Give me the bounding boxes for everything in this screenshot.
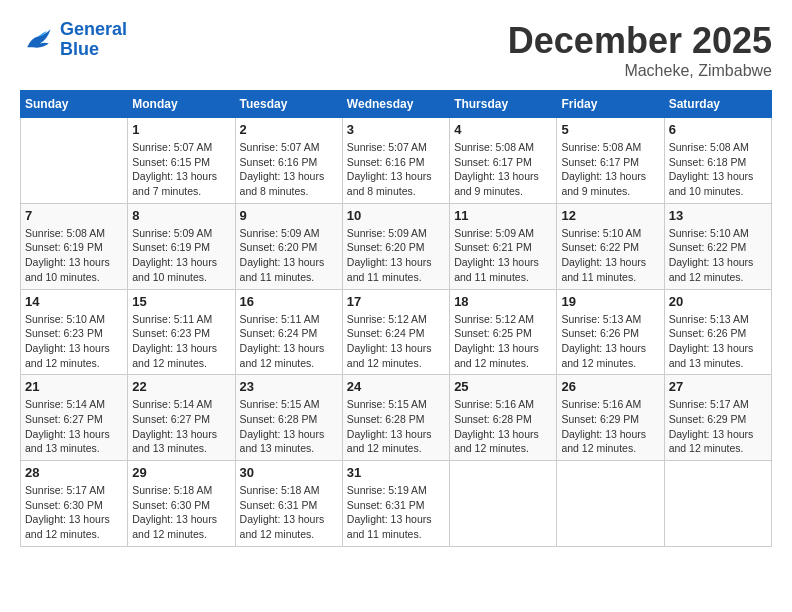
calendar-cell bbox=[557, 461, 664, 547]
day-info: Sunrise: 5:10 AM Sunset: 6:23 PM Dayligh… bbox=[25, 312, 123, 371]
day-number: 5 bbox=[561, 122, 659, 137]
day-number: 27 bbox=[669, 379, 767, 394]
day-number: 25 bbox=[454, 379, 552, 394]
weekday-header: Saturday bbox=[664, 91, 771, 118]
calendar-cell: 22Sunrise: 5:14 AM Sunset: 6:27 PM Dayli… bbox=[128, 375, 235, 461]
day-info: Sunrise: 5:09 AM Sunset: 6:20 PM Dayligh… bbox=[347, 226, 445, 285]
calendar-cell: 9Sunrise: 5:09 AM Sunset: 6:20 PM Daylig… bbox=[235, 203, 342, 289]
calendar-cell: 25Sunrise: 5:16 AM Sunset: 6:28 PM Dayli… bbox=[450, 375, 557, 461]
logo-text: General Blue bbox=[60, 20, 127, 60]
day-number: 15 bbox=[132, 294, 230, 309]
logo: General Blue bbox=[20, 20, 127, 60]
calendar-cell: 3Sunrise: 5:07 AM Sunset: 6:16 PM Daylig… bbox=[342, 118, 449, 204]
calendar-cell: 14Sunrise: 5:10 AM Sunset: 6:23 PM Dayli… bbox=[21, 289, 128, 375]
calendar-cell: 30Sunrise: 5:18 AM Sunset: 6:31 PM Dayli… bbox=[235, 461, 342, 547]
calendar-cell: 11Sunrise: 5:09 AM Sunset: 6:21 PM Dayli… bbox=[450, 203, 557, 289]
calendar-cell: 17Sunrise: 5:12 AM Sunset: 6:24 PM Dayli… bbox=[342, 289, 449, 375]
month-title: December 2025 bbox=[508, 20, 772, 62]
calendar-week-row: 21Sunrise: 5:14 AM Sunset: 6:27 PM Dayli… bbox=[21, 375, 772, 461]
weekday-header: Tuesday bbox=[235, 91, 342, 118]
day-number: 4 bbox=[454, 122, 552, 137]
day-number: 11 bbox=[454, 208, 552, 223]
day-number: 9 bbox=[240, 208, 338, 223]
calendar-cell: 28Sunrise: 5:17 AM Sunset: 6:30 PM Dayli… bbox=[21, 461, 128, 547]
day-number: 13 bbox=[669, 208, 767, 223]
page-header: General Blue December 2025 Macheke, Zimb… bbox=[20, 20, 772, 80]
calendar-cell: 16Sunrise: 5:11 AM Sunset: 6:24 PM Dayli… bbox=[235, 289, 342, 375]
day-info: Sunrise: 5:15 AM Sunset: 6:28 PM Dayligh… bbox=[347, 397, 445, 456]
title-block: December 2025 Macheke, Zimbabwe bbox=[508, 20, 772, 80]
calendar-cell: 20Sunrise: 5:13 AM Sunset: 6:26 PM Dayli… bbox=[664, 289, 771, 375]
day-info: Sunrise: 5:12 AM Sunset: 6:24 PM Dayligh… bbox=[347, 312, 445, 371]
day-number: 26 bbox=[561, 379, 659, 394]
calendar-cell: 10Sunrise: 5:09 AM Sunset: 6:20 PM Dayli… bbox=[342, 203, 449, 289]
day-info: Sunrise: 5:09 AM Sunset: 6:21 PM Dayligh… bbox=[454, 226, 552, 285]
day-info: Sunrise: 5:14 AM Sunset: 6:27 PM Dayligh… bbox=[132, 397, 230, 456]
calendar-cell: 6Sunrise: 5:08 AM Sunset: 6:18 PM Daylig… bbox=[664, 118, 771, 204]
calendar-week-row: 1Sunrise: 5:07 AM Sunset: 6:15 PM Daylig… bbox=[21, 118, 772, 204]
logo-bird-icon bbox=[20, 22, 56, 58]
calendar-cell: 1Sunrise: 5:07 AM Sunset: 6:15 PM Daylig… bbox=[128, 118, 235, 204]
calendar-cell: 31Sunrise: 5:19 AM Sunset: 6:31 PM Dayli… bbox=[342, 461, 449, 547]
day-info: Sunrise: 5:17 AM Sunset: 6:30 PM Dayligh… bbox=[25, 483, 123, 542]
day-info: Sunrise: 5:17 AM Sunset: 6:29 PM Dayligh… bbox=[669, 397, 767, 456]
calendar-cell: 19Sunrise: 5:13 AM Sunset: 6:26 PM Dayli… bbox=[557, 289, 664, 375]
calendar-cell: 29Sunrise: 5:18 AM Sunset: 6:30 PM Dayli… bbox=[128, 461, 235, 547]
calendar-cell: 24Sunrise: 5:15 AM Sunset: 6:28 PM Dayli… bbox=[342, 375, 449, 461]
day-number: 28 bbox=[25, 465, 123, 480]
calendar-cell bbox=[21, 118, 128, 204]
day-number: 22 bbox=[132, 379, 230, 394]
day-info: Sunrise: 5:07 AM Sunset: 6:16 PM Dayligh… bbox=[240, 140, 338, 199]
day-info: Sunrise: 5:07 AM Sunset: 6:16 PM Dayligh… bbox=[347, 140, 445, 199]
day-number: 24 bbox=[347, 379, 445, 394]
day-info: Sunrise: 5:08 AM Sunset: 6:17 PM Dayligh… bbox=[561, 140, 659, 199]
day-number: 18 bbox=[454, 294, 552, 309]
day-info: Sunrise: 5:13 AM Sunset: 6:26 PM Dayligh… bbox=[669, 312, 767, 371]
day-info: Sunrise: 5:11 AM Sunset: 6:23 PM Dayligh… bbox=[132, 312, 230, 371]
calendar-cell: 4Sunrise: 5:08 AM Sunset: 6:17 PM Daylig… bbox=[450, 118, 557, 204]
day-number: 31 bbox=[347, 465, 445, 480]
location: Macheke, Zimbabwe bbox=[508, 62, 772, 80]
calendar-cell: 15Sunrise: 5:11 AM Sunset: 6:23 PM Dayli… bbox=[128, 289, 235, 375]
day-info: Sunrise: 5:18 AM Sunset: 6:30 PM Dayligh… bbox=[132, 483, 230, 542]
day-info: Sunrise: 5:18 AM Sunset: 6:31 PM Dayligh… bbox=[240, 483, 338, 542]
day-number: 6 bbox=[669, 122, 767, 137]
calendar-cell: 2Sunrise: 5:07 AM Sunset: 6:16 PM Daylig… bbox=[235, 118, 342, 204]
calendar-cell: 23Sunrise: 5:15 AM Sunset: 6:28 PM Dayli… bbox=[235, 375, 342, 461]
calendar-cell bbox=[450, 461, 557, 547]
day-info: Sunrise: 5:15 AM Sunset: 6:28 PM Dayligh… bbox=[240, 397, 338, 456]
weekday-header: Wednesday bbox=[342, 91, 449, 118]
day-number: 29 bbox=[132, 465, 230, 480]
day-info: Sunrise: 5:10 AM Sunset: 6:22 PM Dayligh… bbox=[561, 226, 659, 285]
calendar-table: SundayMondayTuesdayWednesdayThursdayFrid… bbox=[20, 90, 772, 547]
day-number: 10 bbox=[347, 208, 445, 223]
day-number: 14 bbox=[25, 294, 123, 309]
calendar-cell: 12Sunrise: 5:10 AM Sunset: 6:22 PM Dayli… bbox=[557, 203, 664, 289]
calendar-cell: 21Sunrise: 5:14 AM Sunset: 6:27 PM Dayli… bbox=[21, 375, 128, 461]
calendar-week-row: 28Sunrise: 5:17 AM Sunset: 6:30 PM Dayli… bbox=[21, 461, 772, 547]
day-number: 7 bbox=[25, 208, 123, 223]
weekday-header: Friday bbox=[557, 91, 664, 118]
day-info: Sunrise: 5:07 AM Sunset: 6:15 PM Dayligh… bbox=[132, 140, 230, 199]
day-number: 30 bbox=[240, 465, 338, 480]
calendar-cell: 18Sunrise: 5:12 AM Sunset: 6:25 PM Dayli… bbox=[450, 289, 557, 375]
calendar-header: SundayMondayTuesdayWednesdayThursdayFrid… bbox=[21, 91, 772, 118]
calendar-week-row: 7Sunrise: 5:08 AM Sunset: 6:19 PM Daylig… bbox=[21, 203, 772, 289]
day-info: Sunrise: 5:08 AM Sunset: 6:18 PM Dayligh… bbox=[669, 140, 767, 199]
weekday-header: Thursday bbox=[450, 91, 557, 118]
day-info: Sunrise: 5:13 AM Sunset: 6:26 PM Dayligh… bbox=[561, 312, 659, 371]
day-info: Sunrise: 5:12 AM Sunset: 6:25 PM Dayligh… bbox=[454, 312, 552, 371]
day-info: Sunrise: 5:19 AM Sunset: 6:31 PM Dayligh… bbox=[347, 483, 445, 542]
calendar-cell: 5Sunrise: 5:08 AM Sunset: 6:17 PM Daylig… bbox=[557, 118, 664, 204]
weekday-header: Monday bbox=[128, 91, 235, 118]
day-number: 3 bbox=[347, 122, 445, 137]
day-info: Sunrise: 5:08 AM Sunset: 6:17 PM Dayligh… bbox=[454, 140, 552, 199]
day-info: Sunrise: 5:16 AM Sunset: 6:28 PM Dayligh… bbox=[454, 397, 552, 456]
day-info: Sunrise: 5:10 AM Sunset: 6:22 PM Dayligh… bbox=[669, 226, 767, 285]
calendar-cell bbox=[664, 461, 771, 547]
day-number: 21 bbox=[25, 379, 123, 394]
day-number: 8 bbox=[132, 208, 230, 223]
weekday-header: Sunday bbox=[21, 91, 128, 118]
day-info: Sunrise: 5:11 AM Sunset: 6:24 PM Dayligh… bbox=[240, 312, 338, 371]
day-info: Sunrise: 5:16 AM Sunset: 6:29 PM Dayligh… bbox=[561, 397, 659, 456]
